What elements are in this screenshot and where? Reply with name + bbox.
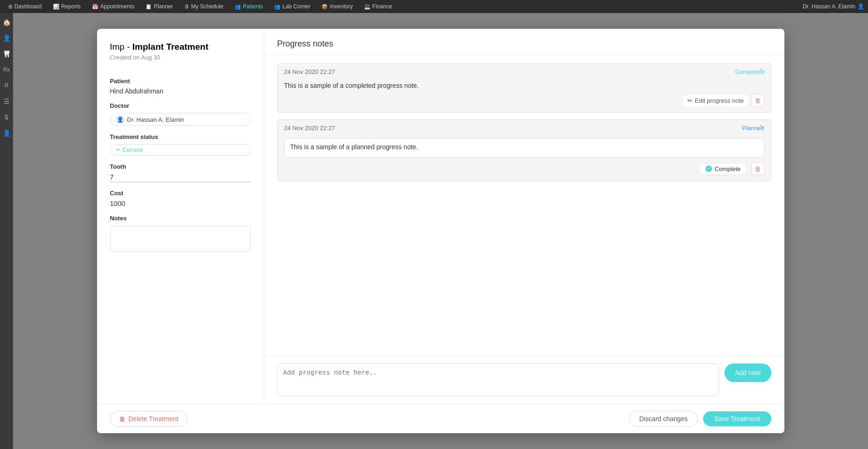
status-value: Current xyxy=(123,146,143,153)
nav-item-inventory[interactable]: 📦 Inventory xyxy=(317,2,357,11)
sidebar-user2-icon[interactable]: 👤 xyxy=(2,128,11,138)
nav-item-patients[interactable]: 👥 Patients xyxy=(230,2,268,11)
doctor-avatar-icon: 👤 xyxy=(116,115,124,124)
notes-label: Notes xyxy=(110,215,251,222)
modal-body: Imp - Implant Treatment Created on Aug 3… xyxy=(97,29,784,403)
tooth-label: Tooth xyxy=(110,163,251,170)
delete-note-2-button[interactable]: 🗑 xyxy=(751,162,764,175)
nav-item-dashboard[interactable]: ⊞ Dashboard xyxy=(4,2,46,11)
trash-treatment-icon: 🗑 xyxy=(119,415,125,423)
status-badge[interactable]: ✏ Current xyxy=(110,144,251,156)
treatment-modal: Imp - Implant Treatment Created on Aug 3… xyxy=(97,29,784,433)
doctor-label: Doctor xyxy=(110,102,251,109)
finance-icon: 💻 xyxy=(364,4,371,10)
edit-note-1-button[interactable]: ✏ Edit progress note xyxy=(684,95,748,106)
notes-input[interactable] xyxy=(110,226,251,252)
right-panel: Progress notes 24 Nov 2020 22:27 Complet… xyxy=(264,29,784,403)
cost-value: 1000 xyxy=(110,199,251,207)
treatment-title: Imp - Implant Treatment xyxy=(110,42,251,52)
pencil-edit-icon: ✏ xyxy=(687,97,692,104)
note-card-1-header: 24 Nov 2020 22:27 Completed xyxy=(278,64,771,79)
tooth-value: 7 xyxy=(110,173,251,182)
note-card-2-body: This is a sample of a planned progress n… xyxy=(278,135,771,181)
appointments-icon: 📅 xyxy=(92,4,98,10)
patient-label: Patient xyxy=(110,78,251,85)
sidebar-r-icon[interactable]: R xyxy=(2,81,11,90)
progress-notes-list: 24 Nov 2020 22:27 Completed This is a sa… xyxy=(264,55,784,356)
nav-item-lab-corner[interactable]: 👥 Lab Corner xyxy=(269,2,315,11)
dashboard-icon: ⊞ xyxy=(8,4,13,10)
sidebar-dollar-icon[interactable]: $ xyxy=(2,112,11,122)
status-label: Treatment status xyxy=(110,133,251,140)
nav-item-planner[interactable]: 📋 Planner xyxy=(141,2,177,11)
note-card-2: 24 Nov 2020 22:27 Planned This is a samp… xyxy=(277,119,771,181)
nav-item-reports[interactable]: 📊 Reports xyxy=(48,2,85,11)
trash-icon-2: 🗑 xyxy=(755,165,761,172)
add-note-input[interactable] xyxy=(277,363,719,396)
chevron-up-icon-2 xyxy=(758,124,764,131)
note-1-collapse-btn[interactable] xyxy=(756,66,766,77)
delete-note-1-button[interactable]: 🗑 xyxy=(751,94,764,107)
inventory-icon: 📦 xyxy=(321,4,328,10)
reports-icon: 📊 xyxy=(53,4,59,10)
cost-label: Cost xyxy=(110,190,251,197)
progress-notes-header: Progress notes xyxy=(264,29,784,55)
note-1-text: This is a sample of a completed progress… xyxy=(284,82,764,89)
check-circle-icon: ✓ xyxy=(705,165,712,172)
note-2-timestamp: 24 Nov 2020 22:27 xyxy=(284,125,335,132)
patients-icon: 👥 xyxy=(235,4,241,10)
modal-overlay: Imp - Implant Treatment Created on Aug 3… xyxy=(13,13,868,449)
sidebar-home-icon[interactable]: 🏠 xyxy=(2,18,11,27)
doctor-name: Dr. Hassan A. Elamin xyxy=(127,116,184,123)
lab-corner-icon: 👥 xyxy=(274,4,281,10)
nav-user: Dr. Hassan A. Elamin 👤 xyxy=(803,3,864,10)
add-note-area: Add note xyxy=(264,356,784,403)
left-panel: Imp - Implant Treatment Created on Aug 3… xyxy=(97,29,264,403)
sidebar-rx-icon[interactable]: Rx xyxy=(2,65,11,74)
note-2-actions: ✓ Complete 🗑 xyxy=(284,162,764,175)
footer-right: Discard changes Save Treatment xyxy=(629,411,771,427)
note-card-1-body: This is a sample of a completed progress… xyxy=(278,79,771,112)
save-treatment-button[interactable]: Save Treatment xyxy=(703,411,771,426)
add-note-button[interactable]: Add note xyxy=(724,363,771,382)
note-2-collapse-btn[interactable] xyxy=(756,123,766,133)
patient-name: Hind Abdulrahman xyxy=(110,87,251,95)
sidebar-person-icon[interactable]: 👤 xyxy=(2,33,11,43)
my-schedule-icon: 🗓 xyxy=(184,4,189,9)
note-card-2-header: 24 Nov 2020 22:27 Planned xyxy=(278,120,771,135)
discard-button[interactable]: Discard changes xyxy=(629,411,697,427)
nav-item-finance[interactable]: 💻 Finance xyxy=(359,2,397,11)
sidebar-tooth-icon[interactable]: 🦷 xyxy=(2,49,11,59)
chevron-up-icon xyxy=(758,68,764,75)
note-card-1: 24 Nov 2020 22:27 Completed This is a sa… xyxy=(277,63,771,113)
trash-icon-1: 🗑 xyxy=(755,97,761,104)
delete-treatment-button[interactable]: 🗑 Delete Treatment xyxy=(110,411,187,427)
modal-footer: 🗑 Delete Treatment Discard changes Save … xyxy=(97,403,784,433)
top-nav: ⊞ Dashboard 📊 Reports 📅 Appointments 📋 P… xyxy=(0,0,868,13)
complete-note-2-button[interactable]: ✓ Complete xyxy=(698,163,748,175)
created-date: Created on Aug 30 xyxy=(110,54,251,61)
user-icon: 👤 xyxy=(857,3,864,10)
doctor-badge: 👤 Dr. Hassan A. Elamin xyxy=(110,113,251,126)
note-1-timestamp: 24 Nov 2020 22:27 xyxy=(284,68,335,75)
left-sidebar: 🏠 👤 🦷 Rx R ☰ $ 👤 xyxy=(0,13,13,449)
planner-icon: 📋 xyxy=(145,4,152,10)
sidebar-list-icon[interactable]: ☰ xyxy=(2,97,11,106)
nav-item-appointments[interactable]: 📅 Appointments xyxy=(87,2,139,11)
nav-item-my-schedule[interactable]: 🗓 My Schedule xyxy=(180,2,228,11)
note-2-text: This is a sample of a planned progress n… xyxy=(284,138,764,158)
pencil-icon: ✏ xyxy=(116,147,120,153)
note-1-actions: ✏ Edit progress note 🗑 xyxy=(284,94,764,107)
